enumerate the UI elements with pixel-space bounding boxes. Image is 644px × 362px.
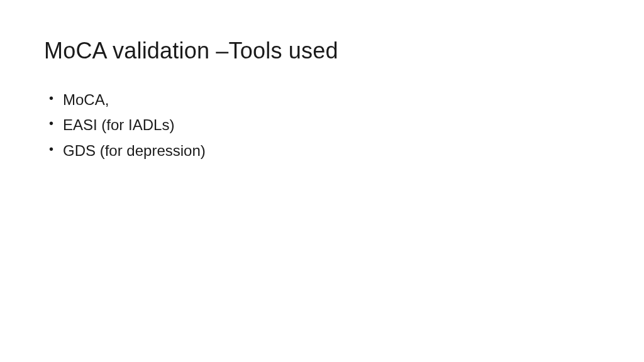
slide-title: MoCA validation –Tools used [44,38,600,64]
list-item: MoCA, [49,88,600,112]
list-item: EASI (for IADLs) [49,113,600,137]
list-item: GDS (for depression) [49,139,600,163]
bullet-list: MoCA, EASI (for IADLs) GDS (for depressi… [44,88,600,163]
